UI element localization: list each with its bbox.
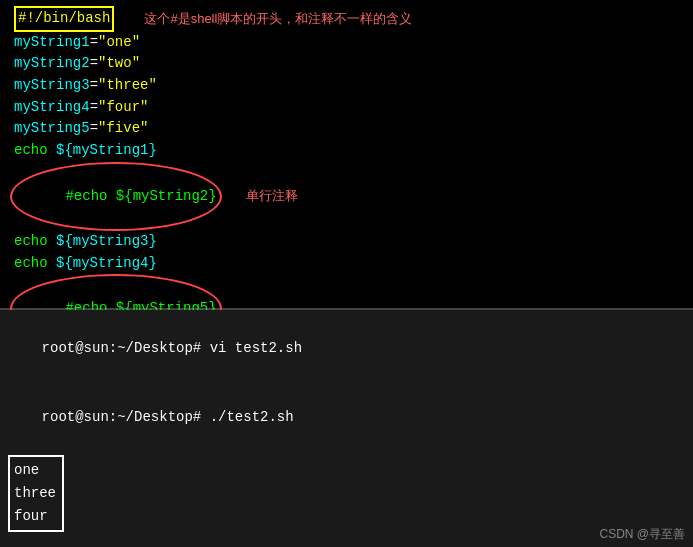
terminal-prompt2: root@sun:~/Desktop# ./test2.sh [42, 409, 294, 425]
code-line-var5: myString5="five" [14, 118, 685, 140]
code-line-comment2: #echo ${myString2} 单行注释 [14, 162, 685, 231]
single-comment-annotation: 单行注释 [246, 186, 298, 206]
terminal-cmd1: root@sun:~/Desktop# vi test2.sh [8, 314, 685, 383]
code-line-echo4: echo ${myString4} [14, 253, 685, 275]
code-line-var2: myString2="two" [14, 53, 685, 75]
var-name: myString1 [14, 32, 90, 54]
terminal-prompt1: root@sun:~/Desktop# vi test2.sh [42, 340, 302, 356]
shebang-annotation: 这个#是shell脚本的开头，和注释不一样的含义 [144, 9, 412, 29]
terminal-cmd2: root@sun:~/Desktop# ./test2.sh [8, 383, 685, 452]
code-line-var3: myString3="three" [14, 75, 685, 97]
code-line-echo3: echo ${myString3} [14, 231, 685, 253]
code-line-var1: myString1="one" [14, 32, 685, 54]
shebang-line: #!/bin/bash 这个#是shell脚本的开头，和注释不一样的含义 [14, 6, 685, 32]
output-line-three: three [14, 482, 56, 505]
code-line-var4: myString4="four" [14, 97, 685, 119]
terminal-final-prompt: root@sun:~/Desktop# [8, 534, 685, 547]
output-line-one: one [14, 459, 56, 482]
output-box: one three four [8, 455, 64, 532]
code-line-echo1: echo ${myString1} [14, 140, 685, 162]
var-name: myString2 [14, 53, 90, 75]
code-editor-panel: #!/bin/bash 这个#是shell脚本的开头，和注释不一样的含义 myS… [0, 0, 693, 310]
var-name: myString4 [14, 97, 90, 119]
shebang-text: #!/bin/bash [14, 6, 114, 32]
watermark: CSDN @寻至善 [599, 526, 685, 543]
var-name: myString3 [14, 75, 90, 97]
output-line-four: four [14, 505, 56, 528]
terminal-panel: root@sun:~/Desktop# vi test2.sh root@sun… [0, 310, 693, 547]
var-name: myString5 [14, 118, 90, 140]
